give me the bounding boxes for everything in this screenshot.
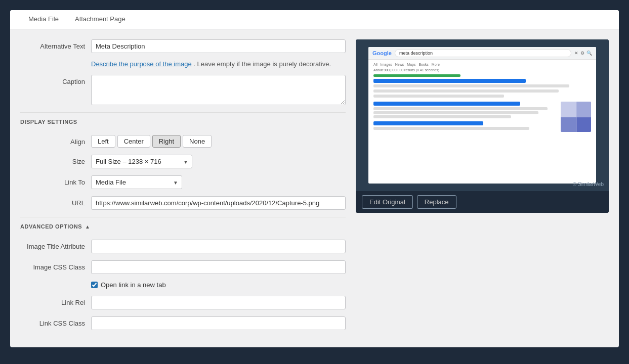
size-select[interactable]: Full Size – 1238 × 716 Large Medium Thum… (91, 155, 192, 168)
link-to-select-wrapper: None Media File Attachment Page Custom U… (91, 175, 182, 189)
advanced-options-label: ADVANCED OPTIONS (20, 223, 82, 230)
caption-row: Caption (20, 75, 346, 105)
open-new-tab-row: Open link in a new tab (91, 281, 346, 289)
advanced-options-arrow: ▲ (85, 224, 90, 230)
mock-result-line-2 (373, 89, 559, 93)
alt-text-info: Describe the purpose of the image . Leav… (91, 60, 346, 68)
right-panel: Google meta description ✕⚙🔍 AllImagesNew… (346, 39, 609, 337)
url-input[interactable] (91, 196, 346, 210)
align-center-button[interactable]: Center (117, 135, 150, 148)
size-row: Size Full Size – 1238 × 716 Large Medium… (20, 155, 346, 168)
mock-browser-icons: ✕⚙🔍 (574, 51, 592, 56)
google-logo: Google (372, 50, 392, 56)
tabs-strip: Media File Attachment Page (10, 10, 619, 29)
align-none-button[interactable]: None (183, 135, 212, 148)
link-rel-label: Link Rel (20, 296, 91, 306)
mock-browser-bar: Google meta description ✕⚙🔍 (368, 47, 596, 60)
mock-result-blue-line (373, 79, 526, 83)
link-rel-row: Link Rel (20, 296, 346, 309)
alt-text-note: . Leave empty if the image is purely dec… (193, 60, 331, 68)
link-to-label: Link To (20, 175, 91, 186)
url-label: URL (20, 196, 91, 207)
alt-text-link[interactable]: Describe the purpose of the image (91, 60, 192, 68)
image-title-row: Image Title Attribute (20, 240, 346, 253)
mock-content-block (373, 102, 591, 132)
align-right-button[interactable]: Right (152, 135, 181, 148)
link-to-row: Link To None Media File Attachment Page … (20, 175, 346, 189)
mock-image-block (561, 102, 591, 132)
alternative-text-label: Alternative Text (20, 39, 91, 50)
image-css-label: Image CSS Class (20, 260, 91, 271)
alternative-text-input[interactable] (91, 39, 346, 53)
tab-attachment-page[interactable]: Attachment Page (67, 10, 134, 29)
mock-text-block (373, 102, 557, 132)
tab-media-file[interactable]: Media File (20, 10, 67, 29)
advanced-options-header[interactable]: ADVANCED OPTIONS ▲ (20, 217, 346, 235)
open-new-tab-label: Open link in a new tab (101, 281, 166, 289)
mock-result-line-1 (373, 84, 569, 87)
link-css-row: Link CSS Class (20, 316, 346, 330)
display-settings-header: DISPLAY SETTINGS (20, 112, 346, 130)
page-footer: SimilarWeb (0, 357, 629, 364)
mock-search-bar: meta description (395, 49, 571, 57)
align-left-button[interactable]: Left (91, 135, 115, 148)
image-css-row: Image CSS Class (20, 260, 346, 274)
align-label: Align (20, 135, 91, 146)
preview-watermark: © SimilarWeb (573, 181, 604, 187)
align-row: Align Left Center Right None (20, 135, 346, 148)
image-title-input[interactable] (91, 240, 346, 253)
link-css-input[interactable] (91, 316, 346, 330)
preview-footer: Edit Original Replace (356, 191, 609, 213)
alternative-text-row: Alternative Text (20, 39, 346, 53)
mock-result-line-3 (373, 95, 504, 98)
size-label: Size (20, 155, 91, 165)
replace-button[interactable]: Replace (417, 195, 456, 209)
image-preview-container: Google meta description ✕⚙🔍 AllImagesNew… (356, 39, 609, 213)
open-new-tab-checkbox[interactable] (91, 282, 98, 288)
mock-result-green-line (373, 74, 460, 77)
preview-image: Google meta description ✕⚙🔍 AllImagesNew… (368, 47, 596, 184)
link-to-select[interactable]: None Media File Attachment Page Custom U… (91, 175, 182, 189)
image-css-input[interactable] (91, 260, 346, 274)
mock-browser-content: AllImagesNewsMapsBooksMore About 900,000… (368, 60, 596, 184)
image-preview: Google meta description ✕⚙🔍 AllImagesNew… (356, 39, 609, 191)
link-css-label: Link CSS Class (20, 316, 91, 327)
size-select-wrapper: Full Size – 1238 × 716 Large Medium Thum… (91, 155, 192, 168)
link-rel-input[interactable] (91, 296, 346, 309)
caption-label: Caption (20, 75, 91, 85)
image-title-label: Image Title Attribute (20, 240, 91, 250)
align-buttons: Left Center Right None (91, 135, 212, 148)
url-row: URL (20, 196, 346, 210)
left-panel: Alternative Text Describe the purpose of… (20, 39, 346, 337)
edit-original-button[interactable]: Edit Original (362, 195, 413, 209)
caption-input[interactable] (91, 75, 346, 105)
mock-browser: Google meta description ✕⚙🔍 AllImagesNew… (368, 47, 596, 184)
